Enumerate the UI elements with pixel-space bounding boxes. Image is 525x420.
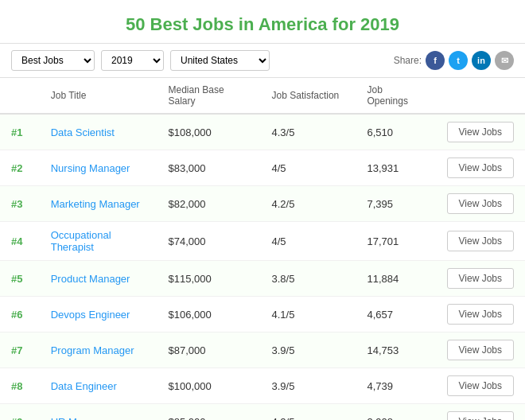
job-title-link[interactable]: Nursing Manager: [51, 162, 130, 174]
action-cell: View Jobs: [436, 261, 525, 297]
job-title-cell: Data Engineer: [40, 368, 158, 404]
view-jobs-button[interactable]: View Jobs: [447, 340, 514, 360]
salary-cell: $87,000: [158, 332, 261, 368]
satisfaction-cell: 3.9/5: [261, 368, 356, 404]
job-title-link[interactable]: Marketing Manager: [51, 198, 140, 210]
col-header-rank: [0, 78, 40, 114]
rank-cell: #9: [0, 404, 40, 421]
action-cell: View Jobs: [436, 297, 525, 332]
year-filter[interactable]: 2019: [101, 50, 164, 71]
salary-cell: $82,000: [158, 186, 261, 222]
share-facebook-button[interactable]: f: [426, 51, 445, 70]
job-title-cell: Occupational Therapist: [40, 222, 158, 261]
view-jobs-button[interactable]: View Jobs: [447, 193, 514, 214]
col-header-satisfaction: Job Satisfaction: [261, 78, 356, 114]
openings-cell: 14,753: [356, 332, 436, 368]
salary-cell: $74,000: [158, 222, 261, 261]
rank-cell: #5: [0, 261, 40, 297]
table-row: #2 Nursing Manager $83,000 4/5 13,931 Vi…: [0, 150, 525, 186]
openings-cell: 11,884: [356, 261, 436, 297]
action-cell: View Jobs: [436, 222, 525, 261]
rank-cell: #2: [0, 150, 40, 186]
job-title-link[interactable]: Occupational Therapist: [51, 229, 111, 253]
action-cell: View Jobs: [436, 186, 525, 222]
job-title-cell: Product Manager: [40, 261, 158, 297]
satisfaction-cell: 3.9/5: [261, 332, 356, 368]
table-row: #5 Product Manager $115,000 3.8/5 11,884…: [0, 261, 525, 297]
action-cell: View Jobs: [436, 368, 525, 404]
action-cell: View Jobs: [436, 114, 525, 150]
salary-cell: $100,000: [158, 368, 261, 404]
job-title-cell: Data Scientist: [40, 114, 158, 150]
table-row: #8 Data Engineer $100,000 3.9/5 4,739 Vi…: [0, 368, 525, 404]
table-row: #7 Program Manager $87,000 3.9/5 14,753 …: [0, 332, 525, 368]
share-email-button[interactable]: ✉: [495, 51, 514, 70]
view-jobs-button[interactable]: View Jobs: [447, 122, 514, 142]
col-header-openings: Job Openings: [356, 78, 436, 114]
share-linkedin-button[interactable]: in: [472, 51, 491, 70]
job-title-link[interactable]: HR Manager: [51, 416, 110, 421]
action-cell: View Jobs: [436, 404, 525, 421]
col-header-title: Job Title: [40, 78, 158, 114]
category-filter[interactable]: Best Jobs: [11, 50, 95, 71]
rank-cell: #3: [0, 186, 40, 222]
job-title-cell: Marketing Manager: [40, 186, 158, 222]
view-jobs-button[interactable]: View Jobs: [447, 411, 514, 420]
salary-cell: $115,000: [158, 261, 261, 297]
table-row: #3 Marketing Manager $82,000 4.2/5 7,395…: [0, 186, 525, 222]
table-row: #4 Occupational Therapist $74,000 4/5 17…: [0, 222, 525, 261]
satisfaction-cell: 4/5: [261, 150, 356, 186]
openings-cell: 17,701: [356, 222, 436, 261]
job-title-cell: Nursing Manager: [40, 150, 158, 186]
location-filter[interactable]: United States: [170, 50, 270, 71]
job-title-cell: Devops Engineer: [40, 297, 158, 332]
job-title-link[interactable]: Program Manager: [51, 344, 134, 356]
job-title-cell: HR Manager: [40, 404, 158, 421]
salary-cell: $106,000: [158, 297, 261, 332]
satisfaction-cell: 4.1/5: [261, 297, 356, 332]
openings-cell: 4,657: [356, 297, 436, 332]
rank-cell: #7: [0, 332, 40, 368]
satisfaction-cell: 4.3/5: [261, 114, 356, 150]
table-row: #9 HR Manager $85,000 4.2/5 3,908 View J…: [0, 404, 525, 421]
satisfaction-cell: 4/5: [261, 222, 356, 261]
salary-cell: $83,000: [158, 150, 261, 186]
action-cell: View Jobs: [436, 150, 525, 186]
satisfaction-cell: 4.2/5: [261, 404, 356, 421]
rank-cell: #8: [0, 368, 40, 404]
view-jobs-button[interactable]: View Jobs: [447, 375, 514, 396]
openings-cell: 7,395: [356, 186, 436, 222]
rank-cell: #1: [0, 114, 40, 150]
openings-cell: 3,908: [356, 404, 436, 421]
view-jobs-button[interactable]: View Jobs: [447, 158, 514, 178]
salary-cell: $108,000: [158, 114, 261, 150]
table-header-row: Job Title Median Base Salary Job Satisfa…: [0, 78, 525, 114]
job-title-cell: Program Manager: [40, 332, 158, 368]
view-jobs-button[interactable]: View Jobs: [447, 231, 514, 251]
job-title-link[interactable]: Data Scientist: [51, 126, 115, 138]
view-jobs-button[interactable]: View Jobs: [447, 304, 514, 325]
rank-cell: #4: [0, 222, 40, 261]
page-header: 50 Best Jobs in America for 2019: [0, 0, 525, 43]
view-jobs-button[interactable]: View Jobs: [447, 268, 514, 289]
page-title: 50 Best Jobs in America for 2019: [0, 14, 525, 35]
salary-cell: $85,000: [158, 404, 261, 421]
openings-cell: 13,931: [356, 150, 436, 186]
jobs-table: Job Title Median Base Salary Job Satisfa…: [0, 78, 525, 420]
share-twitter-button[interactable]: t: [449, 51, 468, 70]
table-row: #6 Devops Engineer $106,000 4.1/5 4,657 …: [0, 297, 525, 332]
satisfaction-cell: 3.8/5: [261, 261, 356, 297]
job-title-link[interactable]: Product Manager: [51, 273, 130, 285]
share-label: Share:: [394, 55, 422, 66]
openings-cell: 6,510: [356, 114, 436, 150]
filter-bar: Best Jobs 2019 United States Share: f t …: [0, 43, 525, 78]
table-row: #1 Data Scientist $108,000 4.3/5 6,510 V…: [0, 114, 525, 150]
satisfaction-cell: 4.2/5: [261, 186, 356, 222]
rank-cell: #6: [0, 297, 40, 332]
col-header-salary: Median Base Salary: [158, 78, 261, 114]
action-cell: View Jobs: [436, 332, 525, 368]
col-header-action: [436, 78, 525, 114]
job-title-link[interactable]: Devops Engineer: [51, 309, 130, 321]
job-title-link[interactable]: Data Engineer: [51, 380, 117, 392]
share-area: Share: f t in ✉: [394, 51, 514, 70]
